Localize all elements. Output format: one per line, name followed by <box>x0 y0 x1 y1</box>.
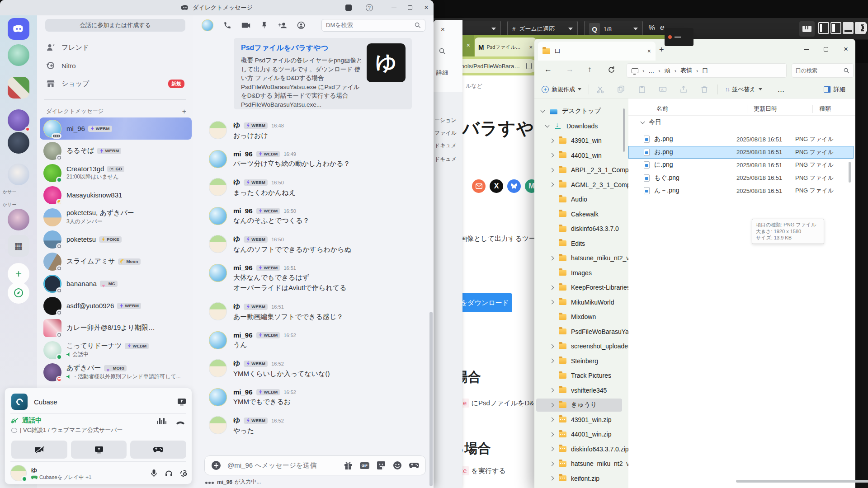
panel-settings-icon[interactable] <box>859 23 867 32</box>
breadcrumb-ellipsis[interactable]: … <box>648 67 654 74</box>
tree-item[interactable]: MikuMikuWorld <box>534 295 628 310</box>
chevron-icon[interactable] <box>550 168 554 172</box>
close-button[interactable]: × <box>420 3 432 12</box>
close-icon[interactable]: × <box>441 25 445 33</box>
microphone-icon[interactable] <box>151 469 157 477</box>
column-type[interactable]: 種類 <box>819 105 831 113</box>
file-row[interactable]: ん－.png 2025/08/18 16:51 PNG ファイル <box>628 184 854 197</box>
dm-list-item[interactable]: Creator13gdGD 21:00以降はいません <box>40 162 192 184</box>
voice-activity-icon[interactable] <box>157 418 168 426</box>
chevron-icon[interactable] <box>550 285 554 290</box>
zoom-fit-dropdown[interactable]: # ズームに適応 <box>507 21 578 37</box>
avatar[interactable] <box>209 264 227 282</box>
attach-plus-icon[interactable] <box>211 460 221 470</box>
server-avatar[interactable] <box>8 109 29 131</box>
message-author[interactable]: mi_96 <box>233 150 253 158</box>
tree-item[interactable]: KeepForest-Libraries <box>534 280 628 295</box>
chat-message[interactable]: ゆ WEBM 16:50 なんのソフトでできるかすらわからぬ <box>209 235 427 254</box>
file-row[interactable]: あ.png 2025/08/18 16:51 PNG ファイル <box>628 133 854 146</box>
tree-item[interactable]: Steinberg <box>534 354 628 369</box>
dm-list-item[interactable]: banananaMC <box>40 272 192 295</box>
help-button[interactable]: ? <box>363 3 375 12</box>
pin-icon[interactable] <box>260 21 268 29</box>
video-call-icon[interactable] <box>241 22 250 29</box>
tree-item[interactable]: Audio <box>534 192 628 207</box>
tree-item[interactable]: Images <box>534 266 628 281</box>
message-author[interactable]: mi_96 <box>233 207 253 215</box>
avatar[interactable] <box>209 207 227 225</box>
dm-list-item[interactable]: poketetsu, あずきバー 3人のメンバー <box>40 206 192 228</box>
sidebar-item-nitro[interactable]: Nitro <box>41 57 190 74</box>
tree-item[interactable]: デスクトップ <box>534 104 628 119</box>
link-embed[interactable]: Psdファイルをバラすやつ 概要 Psdファイルの各レイヤーをpng画像として出… <box>234 38 412 109</box>
copy-icon[interactable] <box>617 85 625 94</box>
avatar[interactable] <box>209 331 227 349</box>
chat-message[interactable]: mi_96 WEBM 16:52 YMMでもできるお <box>209 388 427 406</box>
tree-item[interactable]: diskinfo643.3.7.0.zip <box>534 442 628 457</box>
nav-fragment[interactable]: ドキュメ <box>434 155 457 163</box>
file-row[interactable]: お.png 2025/08/18 16:51 PNG ファイル <box>628 146 854 159</box>
download-button[interactable]: をダウンロード <box>454 293 512 312</box>
tree-item[interactable]: 44001_win <box>534 148 628 163</box>
chevron-icon[interactable] <box>550 359 554 363</box>
chevron-icon[interactable] <box>541 108 545 113</box>
file-row[interactable]: に.png 2025/08/18 16:51 PNG ファイル <box>628 159 854 172</box>
avatar[interactable] <box>209 302 227 320</box>
e-tool-icon[interactable]: e <box>660 23 664 32</box>
activity-button[interactable] <box>130 441 186 459</box>
avatar[interactable] <box>209 388 227 406</box>
sort-button[interactable]: ↑↓ 並べ替え <box>725 85 762 94</box>
search-input[interactable]: 口の検索 <box>792 63 854 78</box>
tree-item[interactable]: hatsune_miku_nt2_v1_0 <box>534 251 628 266</box>
chevron-icon[interactable] <box>550 403 554 407</box>
embed-thumbnail[interactable]: ゆ <box>367 43 406 82</box>
tree-item[interactable]: hatsune_miku_nt2_v1_0 <box>534 456 628 471</box>
breadcrumb[interactable]: ルなど <box>466 82 482 90</box>
chevron-icon[interactable] <box>550 388 554 393</box>
back-icon[interactable]: ← <box>544 65 552 74</box>
explorer-tab[interactable]: 口 × <box>538 42 656 61</box>
tree-item[interactable]: screenshot_uploader <box>534 339 628 354</box>
dm-list-item[interactable]: あずきバーMORI ・活動者様以外原則フレンド申請許可して... <box>40 361 192 383</box>
new-button[interactable]: + 新規作成 <box>542 85 581 94</box>
sidebar-item-shop[interactable]: ショップ 新規 <box>41 75 190 92</box>
panel-left-icon[interactable] <box>818 22 829 34</box>
chat-message[interactable]: ゆ WEBM 16:51 あー動画編集ソフトでできる感じ？ <box>209 302 427 321</box>
column-name[interactable]: 名前 <box>656 105 747 113</box>
tree-item[interactable]: Mixdown <box>534 310 628 324</box>
search-icon[interactable] <box>439 48 446 55</box>
tree-item[interactable]: Edits <box>534 236 628 251</box>
call-icon[interactable] <box>223 21 231 29</box>
breadcrumb[interactable]: › … › 頭 › 表情 › 口 <box>627 63 787 78</box>
server-avatar[interactable] <box>8 132 29 154</box>
close-icon[interactable]: × <box>647 47 651 55</box>
headphones-icon[interactable] <box>165 469 173 477</box>
message-author[interactable]: ゆ <box>233 302 240 311</box>
chat-message[interactable]: mi_96 WEBM 16:50 なんのそふとでつくる？ <box>209 207 427 225</box>
discord-home-button[interactable] <box>8 18 29 40</box>
zoom-level-dropdown[interactable]: Q 1/8 <box>584 21 643 37</box>
chevron-icon[interactable] <box>550 447 554 451</box>
chevron-icon[interactable] <box>550 300 554 305</box>
close-icon[interactable]: × <box>467 42 470 49</box>
details-view-button[interactable]: 詳細 <box>824 85 845 94</box>
member-list-icon[interactable] <box>297 21 305 29</box>
more-icon[interactable]: … <box>778 85 785 94</box>
chevron-icon[interactable] <box>550 461 554 466</box>
file-row[interactable]: もぐ.png 2025/08/18 16:51 PNG ファイル <box>628 172 854 185</box>
tree-item[interactable]: keifont.zip <box>534 471 628 486</box>
message-author[interactable]: ゆ <box>233 359 240 368</box>
dm-list-item[interactable]: poketetsuPOKE <box>40 228 192 250</box>
chat-message[interactable]: ゆ WEBM 16:52 やった <box>209 416 427 435</box>
tree-item[interactable]: Downloads <box>534 119 628 134</box>
nav-fragment[interactable]: ファイル <box>434 129 457 137</box>
dm-list-item[interactable]: るるそばWEBM <box>40 140 192 162</box>
dm-list-item[interactable]: スライムアミサMoon <box>40 250 192 272</box>
tree-item[interactable]: 43901_win.zip <box>534 413 628 427</box>
new-tab-button[interactable]: + <box>659 45 664 55</box>
chevron-icon[interactable] <box>550 256 554 260</box>
camera-button[interactable] <box>11 441 67 459</box>
add-friend-icon[interactable] <box>278 22 287 29</box>
server-avatar[interactable] <box>8 209 29 230</box>
column-date[interactable]: 更新日時 <box>754 105 812 113</box>
